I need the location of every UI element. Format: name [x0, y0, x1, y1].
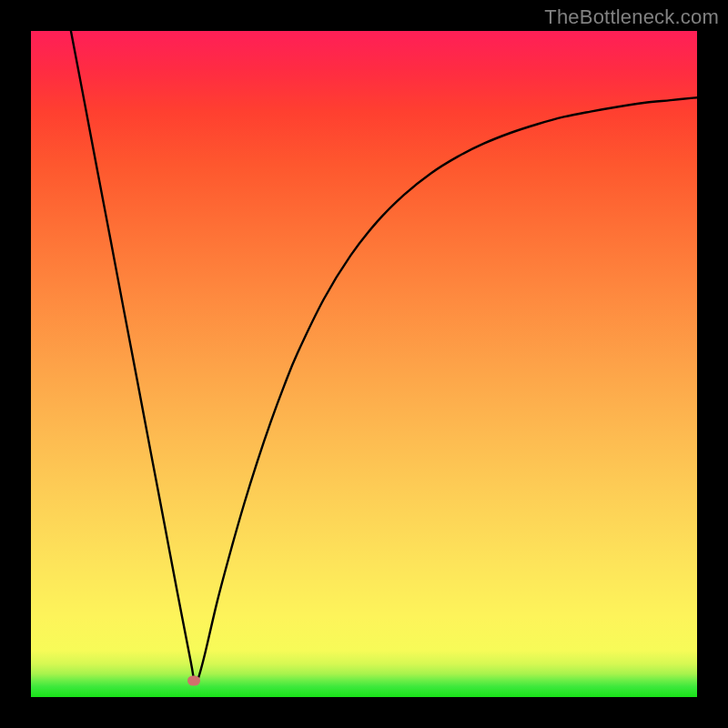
- watermark-text: TheBottleneck.com: [544, 5, 719, 29]
- plot-area: [31, 31, 697, 697]
- chart-frame: TheBottleneck.com: [0, 0, 728, 728]
- optimum-marker: [187, 675, 200, 685]
- bottleneck-curve: [31, 31, 697, 697]
